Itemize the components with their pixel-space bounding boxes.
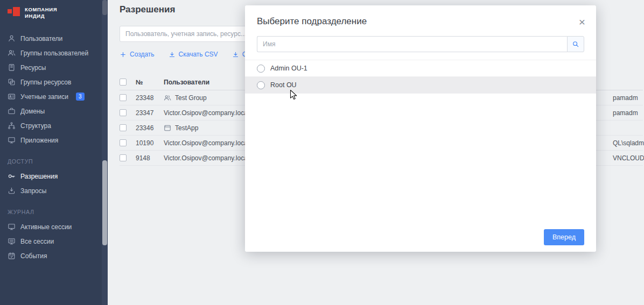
sidebar-item-active-sessions[interactable]: Активные сессии (0, 219, 108, 234)
row-checkbox[interactable] (120, 154, 127, 161)
company-logo-icon (8, 6, 20, 19)
download-csv-label: Скачать CSV (179, 51, 218, 58)
sidebar-item-events[interactable]: События (0, 249, 108, 263)
sidebar-item-label: Пользователи (20, 35, 62, 42)
monitor-icon (8, 136, 16, 144)
monitor-list-icon (8, 237, 16, 245)
close-icon[interactable]: × (579, 16, 585, 27)
sidebar-item-all-sessions[interactable]: Все сессии (0, 234, 108, 249)
sidebar-item-label: Ресурсы (20, 64, 46, 72)
sidebar-item-accounts[interactable]: Учетные записи 3 (0, 89, 108, 104)
modal-header: Выберите подразделение × (245, 5, 596, 36)
logo-line2: ИНДИД (25, 13, 45, 19)
ou-radio[interactable] (257, 65, 265, 73)
sidebar-item-label: Запросы (20, 187, 46, 195)
row-user: TestApp (175, 124, 198, 132)
row-checkbox[interactable] (120, 139, 127, 146)
sidebar-item-label: Группы ресурсов (20, 79, 71, 86)
download-icon (169, 51, 176, 58)
create-button-label: Создать (130, 51, 155, 58)
sidebar-menu: Пользователи Группы пользователей Ресурс… (0, 31, 108, 263)
search-button[interactable] (567, 36, 584, 52)
scrollbar-segment-top[interactable] (102, 0, 107, 15)
ou-radio[interactable] (257, 81, 265, 89)
plus-icon (120, 51, 127, 58)
user-icon (8, 34, 16, 42)
ou-option-root-ou[interactable]: Root OU (245, 77, 596, 94)
row-number: 23348 (136, 94, 164, 102)
ou-options-list: Admin OU-1 Root OU (245, 60, 596, 94)
sidebar: КОМПАНИЯ ИНДИД Пользователи Группы польз… (0, 0, 108, 305)
ou-option-label: Root OU (270, 81, 297, 89)
row-checkbox[interactable] (120, 124, 127, 131)
modal-search (245, 36, 596, 52)
modal-title: Выберите подразделение (257, 16, 367, 27)
resource-groups-icon (8, 78, 16, 86)
sidebar-item-applications[interactable]: Приложения (0, 133, 108, 147)
company-logo: КОМПАНИЯ ИНДИД (0, 0, 108, 19)
download-icon (232, 51, 239, 58)
select-all-checkbox[interactable] (120, 79, 127, 86)
row-checkbox[interactable] (120, 109, 127, 116)
row-account: pamadm (613, 90, 638, 105)
modal-footer: Вперед (544, 229, 584, 245)
sidebar-item-label: Активные сессии (20, 223, 72, 231)
sidebar-item-domains[interactable]: Домены (0, 104, 108, 118)
id-card-icon (8, 93, 16, 101)
monitor-icon (8, 223, 16, 231)
row-number: 10190 (136, 139, 164, 147)
calendar-check-icon (8, 252, 16, 260)
sidebar-item-user-groups[interactable]: Группы пользователей (0, 46, 108, 60)
sidebar-item-label: Домены (20, 108, 45, 115)
users-icon (8, 49, 16, 57)
sidebar-item-structure[interactable]: Структура (0, 118, 108, 133)
row-account: QL\sqladm (613, 136, 644, 150)
sidebar-item-resource-groups[interactable]: Группы ресурсов (0, 75, 108, 89)
row-user: Victor.Osipov@company.loca (164, 109, 248, 117)
key-icon (8, 172, 16, 180)
next-button[interactable]: Вперед (544, 229, 584, 245)
sidebar-item-users[interactable]: Пользователи (0, 31, 108, 46)
column-header-users: Пользователи (164, 79, 209, 86)
row-number: 23346 (136, 124, 164, 132)
sidebar-item-label: События (20, 252, 47, 260)
row-checkbox[interactable] (120, 94, 127, 101)
sidebar-section-access: ДОСТУП (0, 158, 108, 165)
column-header-number: № (136, 79, 164, 86)
sidebar-item-resources[interactable]: Ресурсы (0, 60, 108, 75)
sidebar-item-requests[interactable]: Запросы (0, 183, 108, 198)
row-user: Victor.Osipov@company.loca (164, 139, 248, 147)
resource-icon (8, 63, 16, 72)
sidebar-item-label: Структура (20, 122, 51, 130)
create-button[interactable]: Создать (120, 51, 155, 58)
select-ou-modal: Выберите подразделение × Admin OU-1 Root… (245, 5, 596, 252)
sidebar-item-label: Группы пользователей (20, 49, 88, 57)
sidebar-item-label: Разрешения (20, 173, 58, 180)
ou-name-search-input[interactable] (257, 36, 567, 52)
inbox-download-icon (8, 187, 16, 195)
row-account: pamadm (613, 105, 638, 120)
company-logo-text: КОМПАНИЯ ИНДИД (25, 6, 57, 19)
row-user: Victor.Osipov@company.loca (164, 154, 248, 162)
tree-structure-icon (8, 122, 16, 130)
row-user: Test Group (175, 94, 207, 102)
group-icon (164, 94, 171, 102)
sidebar-item-permissions[interactable]: Разрешения (0, 169, 108, 183)
sidebar-section-journal: ЖУРНАЛ (0, 209, 108, 215)
briefcase-icon (8, 107, 16, 115)
row-number: 9148 (136, 154, 164, 162)
application-window-icon (164, 124, 171, 132)
logo-line1: КОМПАНИЯ (25, 6, 57, 12)
sidebar-item-label: Учетные записи (20, 93, 68, 101)
accounts-count-badge: 3 (76, 93, 85, 101)
scrollbar-thumb[interactable] (102, 160, 107, 245)
row-account: VNCLOUD\user (613, 151, 644, 165)
app-root: КОМПАНИЯ ИНДИД Пользователи Группы польз… (0, 0, 644, 305)
row-number: 23347 (136, 109, 164, 117)
sidebar-item-label: Все сессии (20, 238, 54, 245)
sidebar-scrollbar (102, 0, 108, 305)
sidebar-item-label: Приложения (20, 137, 58, 144)
ou-option-admin-ou-1[interactable]: Admin OU-1 (245, 60, 596, 77)
download-csv-button[interactable]: Скачать CSV (169, 51, 218, 58)
ou-option-label: Admin OU-1 (270, 65, 307, 72)
